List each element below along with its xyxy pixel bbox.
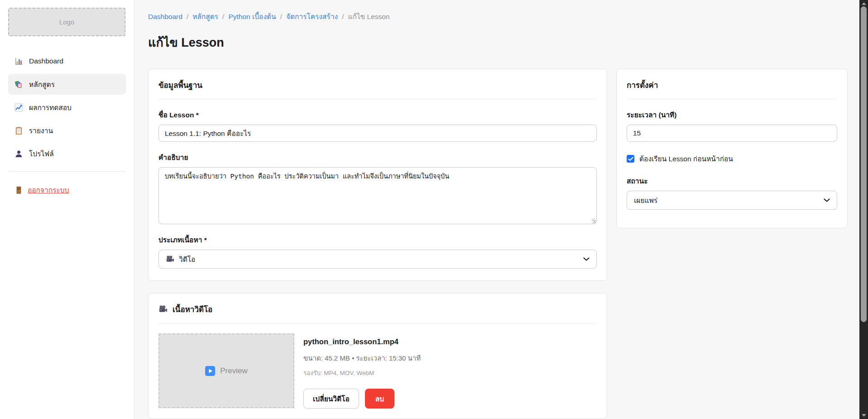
sidebar-item-label: หลักสูตร xyxy=(29,79,55,90)
basic-info-card-title: ข้อมูลพื้นฐาน xyxy=(158,69,597,99)
sidebar: Logo Dashboard หลักสูตร ผลการทดสอบ รายงา… xyxy=(0,0,134,419)
page-title: แก้ไข Lesson xyxy=(148,33,857,52)
status-value: เผยแพร่ xyxy=(634,195,657,206)
duration-label: ระยะเวลา (นาที) xyxy=(627,109,837,120)
status-label: สถานะ xyxy=(627,175,837,187)
breadcrumb: Dashboard / หลักสูตร / Python เบื้องต้น … xyxy=(148,12,857,21)
person-icon xyxy=(14,149,23,158)
description-label: คำอธิบาย xyxy=(158,152,597,163)
video-content-card: เนื้อหาวิดีโอ Preview python_intro_lesso… xyxy=(148,293,607,419)
basic-info-card: ข้อมูลพื้นฐาน ชื่อ Lesson * คำอธิบาย บทเ… xyxy=(148,69,607,281)
settings-card-title: การตั้งค่า xyxy=(627,69,837,99)
sidebar-divider xyxy=(9,171,125,172)
logout-link[interactable]: ออกจากระบบ xyxy=(8,181,126,199)
sidebar-item-label: โปรไฟล์ xyxy=(29,148,54,159)
sidebar-item-profile[interactable]: โปรไฟล์ xyxy=(8,143,126,164)
status-select[interactable]: เผยแพร่ xyxy=(627,191,837,210)
delete-video-button[interactable]: ลบ xyxy=(365,389,394,409)
breadcrumb-separator: / xyxy=(342,12,344,21)
content-type-select[interactable]: วิดีโอ xyxy=(158,250,597,269)
settings-card: การตั้งค่า ระยะเวลา (นาที) ต้องเรียน Les… xyxy=(616,69,848,228)
preview-label: Preview xyxy=(220,366,247,376)
breadcrumb-separator: / xyxy=(187,12,188,21)
video-card-title: เนื้อหาวิดีโอ xyxy=(173,303,212,315)
books-icon xyxy=(14,80,23,89)
breadcrumb-separator: / xyxy=(280,12,282,21)
prerequisite-label[interactable]: ต้องเรียน Lesson ก่อนหน้าก่อน xyxy=(639,153,733,164)
chevron-down-icon xyxy=(583,257,590,261)
door-icon xyxy=(14,186,23,194)
movie-camera-icon xyxy=(166,255,175,263)
logo-text: Logo xyxy=(59,18,74,26)
clipboard-icon xyxy=(14,126,23,135)
scroll-down-arrow[interactable] xyxy=(862,414,866,417)
main-content: Dashboard / หลักสูตร / Python เบื้องต้น … xyxy=(134,0,868,419)
chart-increasing-icon xyxy=(14,103,23,112)
sidebar-item-dashboard[interactable]: Dashboard xyxy=(8,51,126,72)
lesson-name-label: ชื่อ Lesson * xyxy=(158,109,597,120)
breadcrumb-link-courses[interactable]: หลักสูตร xyxy=(192,12,218,21)
sidebar-item-reports[interactable]: รายงาน xyxy=(8,120,126,141)
scrollbar-thumb[interactable] xyxy=(861,6,867,322)
content-type-value: วิดีโอ xyxy=(179,254,195,265)
sidebar-item-test-results[interactable]: ผลการทดสอบ xyxy=(8,97,126,118)
lesson-name-input[interactable] xyxy=(158,125,597,142)
breadcrumb-separator: / xyxy=(222,12,224,21)
video-supported-formats: รองรับ: MP4, MOV, WebM xyxy=(303,368,421,378)
sidebar-item-courses[interactable]: หลักสูตร xyxy=(8,74,126,95)
breadcrumb-link-course[interactable]: Python เบื้องต้น xyxy=(228,12,276,21)
duration-input[interactable] xyxy=(627,125,837,142)
sidebar-item-label: ผลการทดสอบ xyxy=(29,102,72,113)
content-type-label: ประเภทเนื้อหา * xyxy=(158,234,597,246)
chevron-down-icon xyxy=(824,198,830,202)
description-textarea[interactable]: บทเรียนนี้จะอธิบายว่า Python คืออะไร ประ… xyxy=(158,167,597,224)
video-file-meta: ขนาด: 45.2 MB • ระยะเวลา: 15:30 นาที xyxy=(303,353,421,364)
video-file-name: python_intro_lesson1.mp4 xyxy=(303,337,421,346)
sidebar-menu: Dashboard หลักสูตร ผลการทดสอบ รายงาน โปร… xyxy=(0,51,134,164)
sidebar-item-label: รายงาน xyxy=(29,125,53,136)
breadcrumb-current: แก้ไข Lesson xyxy=(348,12,390,21)
change-video-button[interactable]: เปลี่ยนวิดีโอ xyxy=(303,389,359,409)
play-icon xyxy=(205,366,215,376)
sidebar-item-label: Dashboard xyxy=(29,57,63,65)
breadcrumb-link-dashboard[interactable]: Dashboard xyxy=(148,12,182,21)
logout-label: ออกจากระบบ xyxy=(28,184,69,196)
breadcrumb-link-structure[interactable]: จัดการโครงสร้าง xyxy=(286,12,338,21)
prerequisite-checkbox[interactable] xyxy=(627,155,634,163)
bar-chart-icon xyxy=(14,57,23,66)
scroll-up-arrow[interactable] xyxy=(862,2,866,5)
movie-camera-icon xyxy=(158,305,168,313)
video-preview[interactable]: Preview xyxy=(158,333,294,408)
check-icon xyxy=(628,157,633,161)
vertical-scrollbar[interactable] xyxy=(859,0,868,419)
logo-placeholder: Logo xyxy=(8,8,125,36)
